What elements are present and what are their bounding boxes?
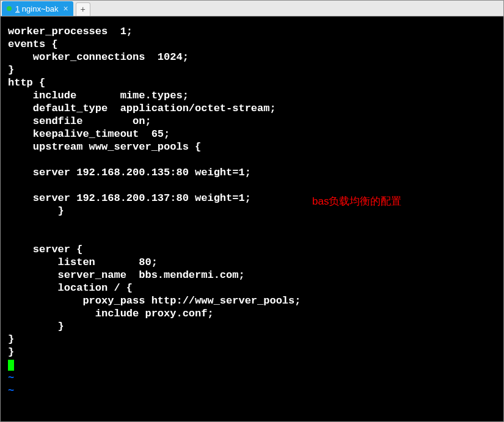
connection-indicator-icon xyxy=(7,6,12,11)
terminal-view[interactable]: worker_processes 1; events { worker_conn… xyxy=(1,16,503,421)
tab-active[interactable]: 1 nginx~bak × xyxy=(2,1,73,16)
cursor-icon xyxy=(8,360,14,371)
file-content: worker_processes 1; events { worker_conn… xyxy=(8,25,496,358)
annotation-label: bas负载均衡的配置 xyxy=(312,195,401,208)
tab-bar: 1 nginx~bak × + xyxy=(1,1,503,16)
empty-lines: ~ ~ xyxy=(8,371,496,397)
editor-window: 1 nginx~bak × + worker_processes 1; even… xyxy=(0,0,504,422)
tab-label: 1 nginx~bak xyxy=(15,4,59,13)
new-tab-button[interactable]: + xyxy=(76,2,90,16)
close-icon[interactable]: × xyxy=(64,4,68,13)
